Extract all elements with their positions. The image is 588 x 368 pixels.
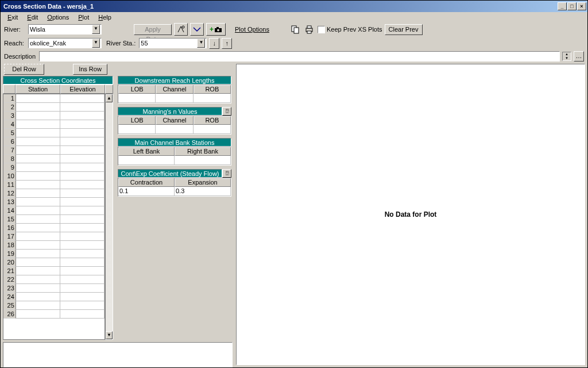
table-row[interactable]: 10	[3, 172, 105, 181]
table-row[interactable]: 20	[3, 258, 105, 267]
table-row[interactable]: 6	[3, 137, 105, 146]
scroll-down-icon[interactable]: ▼	[106, 331, 113, 339]
downstream-channel-cell[interactable]	[156, 94, 193, 103]
scroll-up-icon[interactable]: ▲	[106, 94, 113, 102]
table-row[interactable]: 19	[3, 250, 105, 258]
menu-options[interactable]: Options	[42, 14, 74, 21]
print-icon[interactable]	[304, 24, 315, 35]
clear-prev-button[interactable]: Clear Prev	[385, 24, 423, 35]
station-cell[interactable]	[16, 181, 60, 189]
plot-options-link[interactable]: Plot Options	[235, 26, 269, 33]
del-row-button[interactable]: Del Row	[4, 64, 44, 75]
contexp-help-button[interactable]: ⍰	[222, 169, 231, 178]
station-cell[interactable]	[16, 275, 60, 284]
elevation-cell[interactable]	[60, 112, 105, 120]
description-spinner[interactable]: ▲▼	[562, 52, 571, 61]
elevation-cell[interactable]	[60, 267, 105, 275]
elevation-cell[interactable]	[60, 301, 105, 310]
table-row[interactable]: 12	[3, 189, 105, 198]
menu-exit[interactable]: Exit	[3, 14, 22, 21]
table-row[interactable]: 3	[3, 112, 105, 120]
station-cell[interactable]	[16, 103, 60, 112]
elevation-cell[interactable]	[60, 146, 105, 155]
table-row[interactable]: 13	[3, 198, 105, 206]
elevation-cell[interactable]	[60, 284, 105, 293]
table-row[interactable]: 22	[3, 275, 105, 284]
elevation-cell[interactable]	[60, 310, 105, 319]
station-cell[interactable]	[16, 146, 60, 155]
elevation-cell[interactable]	[60, 275, 105, 284]
table-row[interactable]: 2	[3, 103, 105, 112]
station-cell[interactable]	[16, 224, 60, 232]
elevation-cell[interactable]	[60, 241, 105, 250]
grid-body[interactable]: 1234567891011121314151617181920212223242…	[3, 94, 105, 340]
apply-data-button[interactable]: Apply Data	[134, 24, 172, 35]
station-cell[interactable]	[16, 258, 60, 267]
description-browse-button[interactable]: …	[574, 51, 584, 62]
elevation-cell[interactable]	[60, 215, 105, 224]
elevation-cell[interactable]	[60, 172, 105, 181]
elevation-cell[interactable]	[60, 224, 105, 232]
mannings-help-button[interactable]: ⍰	[222, 107, 231, 116]
grid-scrollbar[interactable]: ▲ ▼	[105, 94, 113, 340]
station-cell[interactable]	[16, 189, 60, 198]
station-cell[interactable]	[16, 267, 60, 275]
checkbox-box[interactable]	[318, 26, 325, 33]
table-row[interactable]: 21	[3, 267, 105, 275]
table-row[interactable]: 15	[3, 215, 105, 224]
riversta-combo[interactable]: ▼	[139, 38, 207, 48]
downstream-rob-cell[interactable]	[194, 94, 231, 103]
reach-input[interactable]	[29, 39, 92, 48]
river-combo[interactable]: ▼	[28, 24, 102, 34]
station-cell[interactable]	[16, 94, 60, 103]
riversta-up-button[interactable]: ↑	[222, 38, 232, 49]
station-cell[interactable]	[16, 198, 60, 206]
elevation-cell[interactable]	[60, 137, 105, 146]
table-row[interactable]: 8	[3, 155, 105, 163]
station-cell[interactable]	[16, 241, 60, 250]
riversta-dropdown-icon[interactable]: ▼	[197, 39, 205, 48]
menu-plot[interactable]: Plot	[74, 14, 94, 21]
station-cell[interactable]	[16, 215, 60, 224]
station-cell[interactable]	[16, 232, 60, 241]
elevation-cell[interactable]	[60, 293, 105, 301]
station-cell[interactable]	[16, 250, 60, 258]
elevation-cell[interactable]	[60, 94, 105, 103]
elevation-cell[interactable]	[60, 120, 105, 129]
menu-help[interactable]: Help	[94, 14, 116, 21]
table-row[interactable]: 23	[3, 284, 105, 293]
river-input[interactable]	[29, 25, 92, 34]
reach-dropdown-icon[interactable]: ▼	[92, 39, 100, 48]
station-cell[interactable]	[16, 293, 60, 301]
station-cell[interactable]	[16, 120, 60, 129]
table-row[interactable]: 16	[3, 224, 105, 232]
grid-col-elevation[interactable]: Elevation	[60, 85, 105, 94]
station-cell[interactable]	[16, 301, 60, 310]
table-row[interactable]: 26	[3, 310, 105, 319]
table-row[interactable]: 9	[3, 163, 105, 172]
banks-right-cell[interactable]	[175, 156, 231, 165]
table-row[interactable]: 24	[3, 293, 105, 301]
elevation-cell[interactable]	[60, 155, 105, 163]
station-cell[interactable]	[16, 172, 60, 181]
station-cell[interactable]	[16, 206, 60, 215]
mannings-lob-cell[interactable]	[118, 125, 156, 134]
table-row[interactable]: 17	[3, 232, 105, 241]
table-row[interactable]: 18	[3, 241, 105, 250]
scroll-track[interactable]	[106, 102, 113, 331]
table-row[interactable]: 14	[3, 206, 105, 215]
reach-combo[interactable]: ▼	[28, 38, 102, 48]
table-row[interactable]: 5	[3, 129, 105, 137]
riversta-down-button[interactable]: ↓	[209, 38, 219, 49]
station-cell[interactable]	[16, 310, 60, 319]
elevation-cell[interactable]	[60, 129, 105, 137]
elevation-cell[interactable]	[60, 232, 105, 241]
description-input[interactable]	[39, 51, 560, 62]
copy-icon[interactable]	[290, 24, 301, 35]
contexp-expansion-cell[interactable]: 0.3	[175, 187, 231, 196]
table-row[interactable]: 11	[3, 181, 105, 189]
tool-icon-1[interactable]	[174, 23, 188, 36]
station-cell[interactable]	[16, 284, 60, 293]
station-cell[interactable]	[16, 155, 60, 163]
tool-icon-2[interactable]	[190, 23, 204, 36]
